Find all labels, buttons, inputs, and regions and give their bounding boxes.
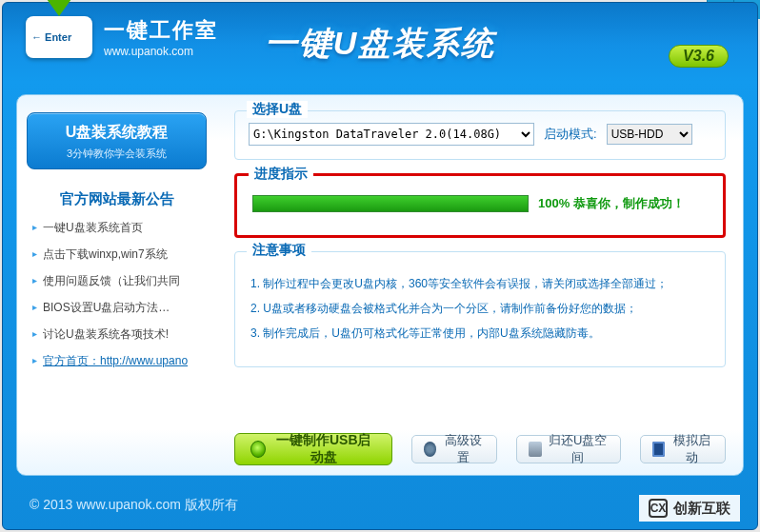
list-item[interactable]: BIOS设置U盘启动方法… [32, 300, 201, 316]
list-item[interactable]: 点击下载winxp,win7系统 [32, 246, 201, 263]
advanced-label: 高级设置 [442, 432, 485, 466]
brand-title: 一键工作室 [104, 16, 218, 45]
link[interactable]: 官方首页：http://www.upano [43, 353, 188, 369]
tutorial-button[interactable]: U盘装系统教程 3分钟教你学会装系统 [27, 112, 207, 169]
link[interactable]: BIOS设置U盘启动方法… [43, 300, 170, 316]
list-item[interactable]: 使用问题反馈（让我们共同 [32, 273, 201, 289]
link[interactable]: 点击下载winxp,win7系统 [43, 246, 168, 263]
watermark: CX 创新互联 [639, 495, 740, 522]
footer-copyright: © 2013 www.upanok.com 版权所有 [30, 497, 238, 514]
advanced-settings-button[interactable]: 高级设置 [411, 435, 497, 463]
progress-bar-fill [253, 196, 528, 211]
progress-status: 100% 恭喜你，制作成功！ [538, 195, 685, 212]
make-usb-label: 一键制作USB启动盘 [271, 432, 376, 466]
list-item[interactable]: 讨论U盘装系统各项技术! [32, 326, 201, 343]
link[interactable]: 一键U盘装系统首页 [43, 220, 143, 236]
drive-select[interactable]: G:\Kingston DataTraveler 2.0(14.08G) [249, 123, 534, 146]
select-drive-fieldset: 选择U盘 G:\Kingston DataTraveler 2.0(14.08G… [234, 110, 726, 160]
content-area: 选择U盘 G:\Kingston DataTraveler 2.0(14.08G… [217, 95, 743, 475]
link[interactable]: 讨论U盘装系统各项技术! [43, 326, 169, 343]
cd-icon [250, 441, 266, 458]
note-item: 2. U盘或者移动硬盘会被格式化并合为一个分区，请制作前备份好您的数据； [250, 300, 710, 317]
main-panel: U盘装系统教程 3分钟教你学会装系统 官方网站最新公告 一键U盘装系统首页 点击… [16, 94, 744, 476]
progress-bar [252, 195, 529, 212]
version-badge: V3.6 [669, 45, 729, 68]
progress-fieldset: 进度指示 100% 恭喜你，制作成功！ [234, 173, 726, 238]
announce-list: 一键U盘装系统首页 点击下载winxp,win7系统 使用问题反馈（让我们共同 … [27, 220, 207, 369]
logo-icon: Enter [26, 16, 92, 58]
tutorial-title: U盘装系统教程 [35, 123, 198, 143]
monitor-icon [652, 442, 666, 457]
select-drive-legend: 选择U盘 [247, 101, 308, 118]
watermark-text: 创新互联 [673, 500, 730, 518]
list-item[interactable]: 官方首页：http://www.upano [32, 353, 201, 369]
simulate-label: 模拟启动 [670, 432, 713, 466]
restore-label: 归还U盘空间 [548, 432, 609, 466]
simulate-boot-button[interactable]: 模拟启动 [640, 435, 726, 463]
header: Enter 一键工作室 www.upanok.com 一键U盘装系统 V3.6 [3, 3, 757, 85]
gear-icon [424, 442, 437, 457]
sidebar: U盘装系统教程 3分钟教你学会装系统 官方网站最新公告 一键U盘装系统首页 点击… [17, 95, 217, 475]
link[interactable]: 使用问题反馈（让我们共同 [43, 273, 180, 289]
restore-space-button[interactable]: 归还U盘空间 [516, 435, 621, 463]
drive-icon [529, 442, 542, 457]
note-item: 3. 制作完成后，U盘仍可格式化等正常使用，内部U盘系统隐藏防毒。 [250, 325, 710, 342]
progress-legend: 进度指示 [249, 166, 313, 183]
boot-mode-label: 启动模式: [544, 126, 597, 143]
notes-fieldset: 注意事项 1. 制作过程中会更改U盘内核，360等安全软件会有误报，请关闭或选择… [234, 251, 726, 367]
app-window: Enter 一键工作室 www.upanok.com 一键U盘装系统 V3.6 … [2, 2, 758, 530]
make-usb-button[interactable]: 一键制作USB启动盘 [234, 433, 392, 465]
boot-mode-select[interactable]: USB-HDD [607, 124, 692, 145]
app-title: 一键U盘装系统 [265, 22, 496, 66]
note-item: 1. 制作过程中会更改U盘内核，360等安全软件会有误报，请关闭或选择全部通过； [250, 275, 710, 292]
watermark-icon: CX [649, 499, 668, 518]
brand-subtitle: www.upanok.com [104, 45, 218, 58]
notes-legend: 注意事项 [247, 242, 311, 259]
list-item[interactable]: 一键U盘装系统首页 [32, 220, 201, 236]
button-row: 一键制作USB启动盘 高级设置 归还U盘空间 模拟启动 [234, 433, 726, 465]
logo-enter-label: Enter [31, 31, 71, 43]
tutorial-subtitle: 3分钟教你学会装系统 [35, 147, 198, 161]
announce-heading: 官方网站最新公告 [27, 190, 207, 208]
